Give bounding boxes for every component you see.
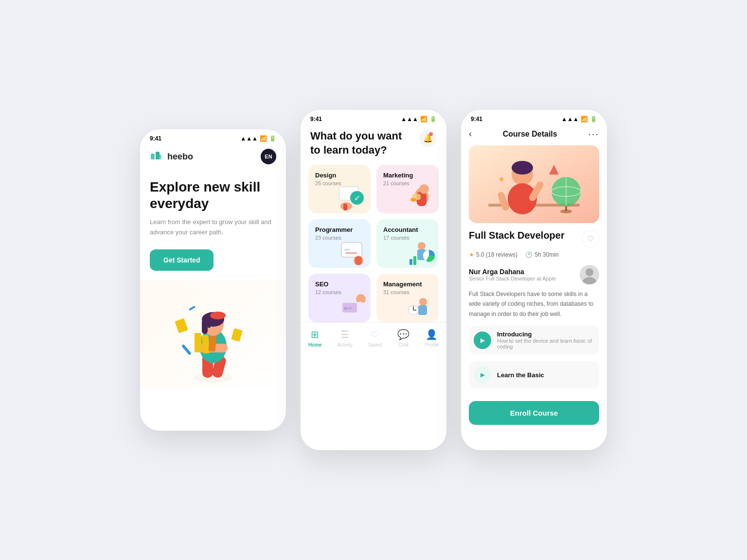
hero-illustration	[150, 280, 276, 387]
signal-icon-2: ▲▲▲	[401, 116, 418, 122]
battery-icon-3: 🔋	[590, 116, 597, 122]
phone3-topbar: ‹ Course Details ···	[461, 124, 607, 145]
wifi-icon-2: 📶	[420, 116, 427, 122]
instructor-row: Nur Arga Dahana Senior Full Stack Develo…	[469, 265, 599, 284]
course-illus-programmer: </>	[337, 234, 371, 268]
course-detail-body: Full Stack Developer ♡ ★ 5.0 (18 reviews…	[461, 223, 607, 395]
nav-home-label: Home	[308, 342, 322, 348]
course-card-accountant[interactable]: Accountant 17 courses	[376, 219, 439, 268]
svg-text:</>: </>	[344, 247, 350, 252]
home-icon: ⊞	[311, 329, 319, 340]
notification-dot	[429, 132, 433, 136]
profile-icon: 👤	[426, 329, 438, 340]
lesson-1-subtitle: How to set the device and learn basic of…	[497, 338, 594, 350]
nav-home[interactable]: ⊞ Home	[308, 329, 322, 348]
svg-rect-18	[231, 328, 243, 342]
svg-point-28	[419, 184, 429, 194]
course-card-design[interactable]: Design 25 courses ✓	[308, 165, 371, 213]
clock-icon: 🕐	[525, 251, 533, 258]
nav-activity-label: Activity	[337, 342, 353, 348]
svg-rect-0	[151, 154, 155, 159]
course-description: Full Stack Developers have to some skill…	[469, 289, 599, 319]
topbar-title: Course Details	[503, 130, 557, 139]
battery-icon: 🔋	[269, 135, 276, 142]
lesson-1-title: Introducing	[497, 331, 594, 338]
phone1-hero: Explore new skill everyday Learn from th…	[140, 169, 286, 271]
status-icons-2: ▲▲▲ 📶 🔋	[401, 116, 437, 122]
instructor-avatar	[580, 265, 599, 284]
hero-title: Explore new skill everyday	[150, 179, 276, 211]
play-button-2[interactable]: ▶	[474, 366, 491, 384]
svg-point-16	[208, 324, 211, 328]
course-detail-title: Full Stack Developer	[469, 230, 582, 241]
enroll-button[interactable]: Enroll Course	[469, 401, 599, 425]
svg-rect-13	[202, 319, 208, 334]
svg-point-45	[419, 298, 427, 306]
activity-icon: ☰	[340, 329, 349, 340]
heebo-logo-icon	[150, 150, 163, 163]
status-bar-1: 9:41 ▲▲▲ 📶 🔋	[140, 129, 286, 144]
instructor-name: Nur Arga Dahana	[469, 268, 556, 276]
bottom-nav: ⊞ Home ☰ Activity ♡ Saved 💬 Chat 👤 Profi…	[301, 322, 446, 355]
svg-rect-20	[181, 344, 192, 355]
svg-text:E=?: E=?	[344, 306, 352, 311]
course-illus-accountant	[405, 234, 439, 268]
favorite-button[interactable]: ♡	[582, 230, 599, 247]
rating-meta: ★ 5.0 (18 reviews)	[469, 251, 517, 258]
lesson-1-info: Introducing How to set the device and le…	[497, 331, 594, 350]
svg-point-65	[586, 268, 593, 276]
svg-rect-35	[355, 256, 362, 265]
course-meta: ★ 5.0 (18 reviews) 🕐 5h 30min	[469, 251, 599, 258]
course-illus-marketing	[405, 179, 439, 213]
course-hero-svg: ★	[469, 145, 599, 223]
nav-profile[interactable]: 👤 Profile	[425, 329, 439, 348]
svg-rect-44	[357, 302, 364, 311]
status-icons-3: ▲▲▲ 📶 🔋	[561, 116, 597, 122]
svg-point-30	[410, 198, 416, 202]
lang-badge[interactable]: EN	[261, 149, 276, 164]
saved-icon: ♡	[371, 329, 379, 340]
lesson-2-title: Learn the Basic	[497, 371, 544, 379]
svg-rect-39	[409, 259, 412, 265]
lesson-item-2[interactable]: ▶ Learn the Basic	[469, 361, 599, 388]
course-card-management[interactable]: Management 31 courses	[376, 274, 439, 322]
duration-meta: 🕐 5h 30min	[525, 251, 558, 258]
back-button[interactable]: ‹	[469, 129, 472, 139]
phone1-header: heebo EN	[140, 144, 286, 169]
notification-button[interactable]: 🔔	[419, 129, 437, 147]
play-button-1[interactable]: ▶	[474, 332, 491, 349]
svg-point-58	[512, 161, 533, 175]
svg-text:✓: ✓	[354, 194, 360, 202]
course-detail-title-row: Full Stack Developer ♡	[469, 230, 599, 247]
svg-text:★: ★	[498, 175, 505, 183]
course-card-seo[interactable]: SEO 12 courses E=?	[308, 274, 371, 322]
hero-subtitle: Learn from the expert to grow your skill…	[150, 217, 276, 238]
lesson-item-1[interactable]: ▶ Introducing How to set the device and …	[469, 326, 599, 354]
course-illus-seo: E=?	[337, 288, 371, 322]
instructor-role: Senior Full Stack Developer at Apple	[469, 276, 556, 281]
svg-rect-33	[345, 252, 357, 254]
phones-container: 9:41 ▲▲▲ 📶 🔋 heebo EN Explore new skill …	[140, 110, 607, 450]
svg-rect-17	[175, 318, 188, 333]
nav-activity[interactable]: ☰ Activity	[337, 329, 353, 348]
status-bar-3: 9:41 ▲▲▲ 📶 🔋	[461, 110, 607, 124]
svg-rect-2	[159, 155, 161, 159]
wifi-icon: 📶	[260, 135, 267, 142]
lesson-2-info: Learn the Basic	[497, 371, 544, 379]
svg-rect-19	[189, 306, 196, 311]
nav-saved-label: Saved	[368, 342, 382, 348]
course-name-accountant: Accountant	[383, 226, 432, 233]
phone-1: 9:41 ▲▲▲ 📶 🔋 heebo EN Explore new skill …	[140, 129, 286, 431]
nav-saved[interactable]: ♡ Saved	[368, 329, 382, 348]
time-2: 9:41	[310, 116, 322, 122]
nav-chat[interactable]: 💬 Chat	[397, 329, 409, 348]
svg-rect-25	[343, 204, 347, 210]
instructor-info: Nur Arga Dahana Senior Full Stack Develo…	[469, 268, 556, 281]
course-card-marketing[interactable]: Marketing 21 courses	[376, 165, 439, 213]
wifi-icon-3: 📶	[581, 116, 588, 122]
get-started-button[interactable]: Get Started	[150, 249, 213, 271]
course-card-programmer[interactable]: Programmer 23 courses </>	[308, 219, 371, 268]
more-options-button[interactable]: ···	[588, 128, 599, 140]
chat-icon: 💬	[397, 329, 409, 340]
logo-text: heebo	[167, 152, 193, 162]
